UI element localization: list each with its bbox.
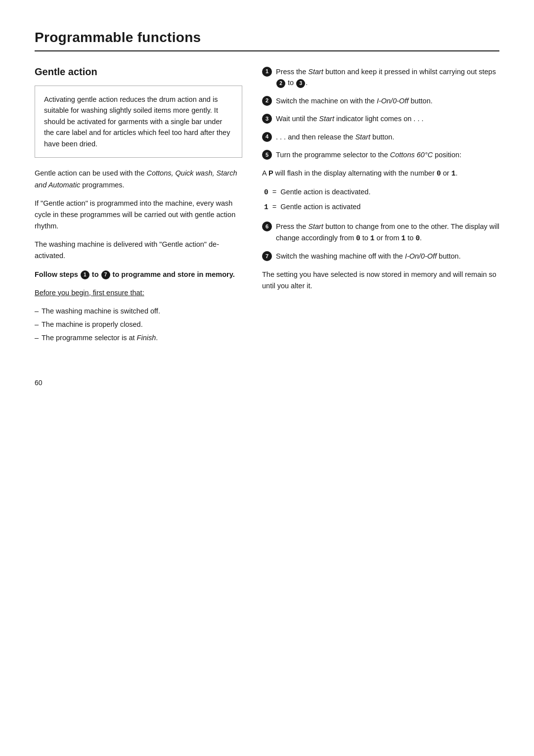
page-title: Programmable functions: [35, 30, 499, 45]
flash-paragraph: A P will flash in the display alternatin…: [262, 168, 499, 179]
closing-paragraph: The setting you have selected is now sto…: [262, 269, 499, 292]
step-3-text: Wait until the Start indicator light com…: [276, 113, 499, 124]
follow-steps-label: Follow steps 1 to 7 to programme and sto…: [35, 269, 242, 280]
step-5: 5 Turn the programme selector to the Cot…: [262, 149, 499, 160]
step-5-text: Turn the programme selector to the Cotto…: [276, 149, 499, 160]
step-num-1: 1: [262, 67, 272, 77]
para1: Gentle action can be used with the Cotto…: [35, 168, 242, 190]
step-num-3: 3: [262, 114, 272, 124]
info-box: Activating gentle action reduces the dru…: [35, 86, 242, 158]
content-columns: Gentle action Activating gentle action r…: [35, 66, 499, 349]
left-column: Gentle action Activating gentle action r…: [35, 66, 242, 349]
step-ref-3: 3: [296, 79, 305, 88]
para2: If "Gentle action" is programmed into th…: [35, 198, 242, 232]
section-heading: Gentle action: [35, 66, 242, 78]
step-1-text: Press the Start button and keep it press…: [276, 66, 499, 89]
step-3: 3 Wait until the Start indicator light c…: [262, 113, 499, 124]
step-2-text: Switch the machine on with the I-On/0-Of…: [276, 95, 499, 106]
checklist: The washing machine is switched off. The…: [35, 306, 242, 344]
step-num-2: 2: [262, 96, 272, 106]
page-number: 60: [35, 379, 499, 387]
title-divider: [35, 50, 499, 51]
step-4: 4 . . . and then release the Start butto…: [262, 132, 499, 142]
checklist-item: The programme selector is at Finish.: [35, 332, 242, 344]
step-6-text: Press the Start button to change from on…: [276, 221, 499, 244]
step-num-7: 7: [262, 251, 272, 261]
right-column: 1 Press the Start button and keep it pre…: [262, 66, 499, 349]
step-6: 6 Press the Start button to change from …: [262, 221, 499, 244]
checklist-item: The machine is properly closed.: [35, 319, 242, 330]
before-begin-label: Before you begin, first ensure that:: [35, 287, 242, 299]
step-num-4: 4: [262, 132, 272, 142]
step-ref-7: 7: [101, 270, 110, 279]
para3: The washing machine is delivered with "G…: [35, 239, 242, 262]
step-ref-2: 2: [276, 79, 285, 88]
para1-prefix: Gentle action can be used with the: [35, 169, 147, 177]
step-4-text: . . . and then release the Start button.: [276, 132, 499, 142]
checklist-item: The washing machine is switched off.: [35, 306, 242, 317]
info-box-text: Activating gentle action reduces the dru…: [44, 95, 230, 148]
step-ref-1: 1: [81, 270, 89, 279]
activated-label: 1 = Gentle action is activated: [262, 201, 499, 213]
step-num-6: 6: [262, 222, 272, 231]
para1-suffix: programmes.: [80, 181, 124, 189]
step-7-text: Switch the washing machine off with the …: [276, 251, 499, 262]
step-num-5: 5: [262, 150, 272, 160]
step-1: 1 Press the Start button and keep it pre…: [262, 66, 499, 89]
deactivated-label: 0 = Gentle action is deactivated.: [262, 186, 499, 198]
step-2: 2 Switch the machine on with the I-On/0-…: [262, 95, 499, 106]
step-7: 7 Switch the washing machine off with th…: [262, 251, 499, 262]
